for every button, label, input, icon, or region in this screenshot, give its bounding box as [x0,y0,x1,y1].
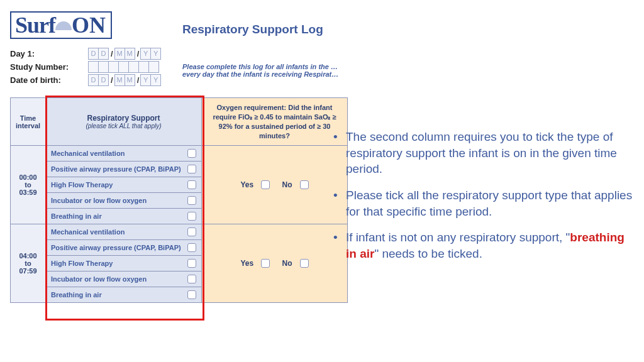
oxy-cell: Yes No [202,224,348,303]
dob-d2[interactable]: D [98,74,109,86]
checkbox-icon[interactable] [261,259,270,268]
time-to: 07:59 [19,267,36,275]
study-cell[interactable] [118,61,129,73]
meta-day1: Day 1: D D / M M / Y Y [10,48,350,60]
resp-option-label: Breathing in air [51,291,102,299]
time-from: 00:00 [19,173,36,181]
annotation-bullets: The second column requires you to tick t… [333,129,635,272]
day1-m2[interactable]: M [125,48,135,60]
checkbox-icon[interactable] [300,180,309,189]
checkbox-icon[interactable] [187,180,196,189]
dob-m2[interactable]: M [125,74,135,86]
logo-text-surf: Surf [15,13,55,38]
resp-option-label: Mechanical ventilation [51,150,125,157]
bullet-item: The second column requires you to tick t… [333,129,635,177]
col-resp-title: Respiratory Support [87,114,160,123]
col-time-header: Time interval [11,98,46,146]
day1-d2[interactable]: D [98,48,109,60]
study-cell[interactable] [138,61,149,73]
page-title: Respiratory Support Log [182,23,323,36]
resp-option-label: Incubator or low flow oxygen [51,197,147,204]
bullet-text: " needs to be ticked. [374,247,482,260]
resp-option-label: Breathing in air [51,212,102,220]
checkbox-icon[interactable] [187,212,196,221]
day1-y1[interactable]: Y [140,48,151,60]
day1-m1[interactable]: M [114,48,125,60]
study-cell[interactable] [88,61,99,73]
no-label: No [282,259,292,268]
dob-y2[interactable]: Y [150,74,161,86]
resp-option[interactable]: Incubator or low flow oxygen [46,192,201,208]
time-from: 04:00 [19,252,36,260]
study-cell[interactable] [148,61,159,73]
time-to: 03:59 [19,189,36,196]
col-resp-sub: (please tick ALL that apply) [48,123,199,129]
study-label: Study Number: [10,62,88,72]
day1-y2[interactable]: Y [150,48,161,60]
checkbox-icon[interactable] [187,149,196,158]
respiratory-table: Time interval Respiratory Support (pleas… [10,97,348,303]
table-row: 00:00 to 03:59 Mechanical ventilation Po… [11,146,348,224]
study-cell[interactable] [128,61,139,73]
checkbox-icon[interactable] [187,290,196,299]
time-mid: to [25,260,31,267]
day1-d1[interactable]: D [88,48,99,60]
resp-option[interactable]: High Flow Therapy [46,177,201,192]
logo-text-on: ON [72,13,106,38]
col-oxy-header: Oxygen requirement: Did the infant requi… [202,98,348,146]
dob-label: Date of birth: [10,75,88,85]
checkbox-icon[interactable] [187,196,196,205]
resp-option[interactable]: Incubator or low flow oxygen [46,271,201,287]
resp-option[interactable]: Mechanical ventilation [46,224,201,239]
yes-label: Yes [240,180,253,189]
resp-option-label: Positive airway pressure (CPAP, BiPAP) [51,244,181,251]
time-cell: 00:00 to 03:59 [11,146,46,224]
time-cell: 04:00 to 07:59 [11,224,46,303]
resp-option-label: Mechanical ventilation [51,228,125,236]
logo: SurfON [10,11,112,39]
resp-option-label: High Flow Therapy [51,260,113,267]
resp-option[interactable]: Breathing in air [46,208,201,224]
bullet-item: Please tick all the respiratory support … [333,187,635,219]
oxy-cell: Yes No [202,146,348,224]
resp-option[interactable]: Positive airway pressure (CPAP, BiPAP) [46,239,201,255]
resp-option-label: Positive airway pressure (CPAP, BiPAP) [51,165,181,173]
checkbox-icon[interactable] [187,275,196,283]
study-cell[interactable] [108,61,119,73]
checkbox-icon[interactable] [187,243,196,252]
instruction-text: Please complete this log for all infants… [182,63,340,78]
dob-y1[interactable]: Y [140,74,151,86]
checkbox-icon[interactable] [187,259,196,268]
no-label: No [282,180,292,189]
resp-option[interactable]: Positive airway pressure (CPAP, BiPAP) [46,161,201,177]
checkbox-icon[interactable] [187,228,196,236]
checkbox-icon[interactable] [300,259,309,268]
resp-option[interactable]: Mechanical ventilation [46,146,201,161]
checkbox-icon[interactable] [187,165,196,173]
bullet-item: If infant is not on any respiratory supp… [333,229,635,261]
yes-label: Yes [240,259,253,268]
col-resp-header: Respiratory Support (please tick ALL tha… [46,98,202,146]
resp-cell: Mechanical ventilation Positive airway p… [46,224,202,303]
time-mid: to [25,181,31,189]
wave-icon [55,18,72,34]
dob-d1[interactable]: D [88,74,99,86]
bullet-text: If infant is not on any respiratory supp… [346,231,570,244]
study-cell[interactable] [98,61,109,73]
resp-option-label: Incubator or low flow oxygen [51,275,147,283]
resp-option[interactable]: High Flow Therapy [46,255,201,271]
resp-cell: Mechanical ventilation Positive airway p… [46,146,202,224]
checkbox-icon[interactable] [261,180,270,189]
dob-m1[interactable]: M [114,74,125,86]
resp-option-label: High Flow Therapy [51,181,113,189]
day1-label: Day 1: [10,49,88,58]
table-row: 04:00 to 07:59 Mechanical ventilation Po… [11,224,348,303]
resp-option[interactable]: Breathing in air [46,287,201,302]
